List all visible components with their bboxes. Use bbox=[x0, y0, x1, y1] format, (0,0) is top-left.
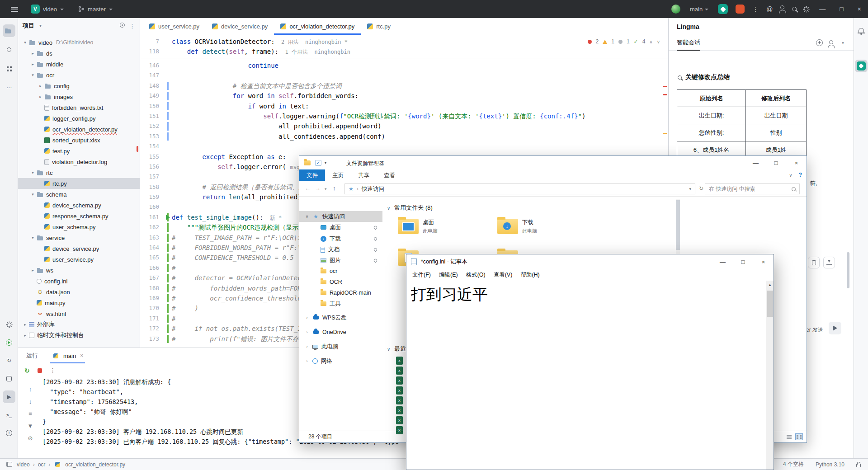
explorer-title-bar[interactable]: ✓ ▾ 文件资源管理器 — □ × bbox=[299, 156, 807, 169]
project-panel-header[interactable]: 项目 ▾ ⋮ bbox=[18, 18, 140, 33]
tree-item-forbidden_words.txt[interactable]: forbidden_words.txt bbox=[18, 102, 140, 113]
run-tool-icon[interactable]: ▶ bbox=[3, 390, 15, 403]
tree-item-device_schema.py[interactable]: device_schema.py bbox=[18, 200, 140, 211]
line-number[interactable]: 147 bbox=[140, 70, 166, 80]
prev-problem-icon[interactable]: ∧ bbox=[649, 39, 652, 44]
run-tab-main[interactable]: main × bbox=[50, 348, 85, 363]
scroll-down-icon[interactable]: ↓ bbox=[29, 398, 32, 405]
explorer-search-box[interactable]: 在 快速访问 中搜索 bbox=[705, 183, 800, 194]
address-dropdown-icon[interactable]: ▾ bbox=[689, 187, 691, 191]
line-number[interactable]: 149 bbox=[140, 91, 166, 101]
tree-item-user_service.py[interactable]: user_service.py bbox=[18, 254, 140, 265]
tree-item-rtc[interactable]: ▾rtc bbox=[18, 167, 140, 178]
tree-item-response_schema.py[interactable]: response_schema.py bbox=[18, 211, 140, 221]
close-tab-icon[interactable]: × bbox=[80, 352, 83, 359]
indent-indicator[interactable]: 4 个空格 bbox=[783, 461, 804, 468]
tree-item-images[interactable]: ▸images bbox=[18, 91, 140, 102]
line-number[interactable]: 151 bbox=[140, 111, 166, 121]
problems-tool-icon[interactable]: ! bbox=[3, 427, 15, 439]
scrollbar-thumb[interactable] bbox=[676, 200, 680, 250]
ribbon-tab-文件[interactable]: 文件 bbox=[299, 169, 325, 181]
breadcrumb-item[interactable]: ocr_violation_detector.py bbox=[65, 461, 125, 468]
refresh-tool-icon[interactable]: ↻ bbox=[3, 354, 15, 367]
xlsx-file-icon[interactable]: x bbox=[396, 416, 403, 424]
editor-tab-rtc.py[interactable]: rtc.py bbox=[361, 18, 397, 35]
ribbon-tab-主页[interactable]: 主页 bbox=[325, 169, 351, 181]
interpreter-indicator[interactable]: Python 3.10 bbox=[816, 461, 844, 468]
history-dropdown-icon[interactable]: ▾ bbox=[325, 187, 327, 191]
menu-item-帮助(H)[interactable]: 帮助(H) bbox=[516, 271, 543, 279]
tree-item-外部库[interactable]: ▸外部库 bbox=[18, 319, 140, 330]
xlsx-file-icon[interactable]: x bbox=[396, 386, 403, 395]
line-number[interactable]: 166 bbox=[140, 263, 166, 273]
terminal-tool-icon[interactable]: >_ bbox=[3, 409, 15, 421]
lingma-tool-button[interactable] bbox=[855, 60, 868, 72]
minimize-button[interactable]: — bbox=[745, 156, 766, 169]
scrollbar-thumb[interactable] bbox=[767, 291, 773, 317]
line-number[interactable]: 155 bbox=[140, 152, 166, 162]
minimize-button[interactable]: — bbox=[712, 254, 733, 269]
tree-item-ocr_violation_detector.py[interactable]: ocr_violation_detector.py bbox=[18, 124, 140, 135]
line-number[interactable]: 154 bbox=[140, 141, 166, 151]
line-number[interactable]: 148 bbox=[140, 81, 166, 91]
lock-icon[interactable] bbox=[856, 464, 861, 467]
xlsx-file-icon[interactable]: x bbox=[396, 376, 403, 385]
list-view-toggle[interactable] bbox=[785, 433, 793, 440]
line-number[interactable]: 168 bbox=[140, 283, 166, 293]
notepad-title-bar[interactable]: *config.ini - 记事本 — □ × bbox=[406, 254, 774, 269]
tree-item-device_service.py[interactable]: device_service.py bbox=[18, 243, 140, 254]
more-options-icon[interactable]: ⋮ bbox=[752, 5, 759, 13]
breadcrumb-item[interactable]: video bbox=[17, 461, 30, 468]
close-button[interactable]: × bbox=[854, 5, 864, 13]
line-number[interactable]: 167 bbox=[140, 273, 166, 283]
tree-item-ocr[interactable]: ▾ocr bbox=[18, 70, 140, 80]
clear-console-icon[interactable]: ⊘ bbox=[28, 435, 33, 442]
nav-item-图片[interactable]: 图片 bbox=[299, 255, 382, 266]
xlsx-file-icon[interactable]: x bbox=[396, 406, 403, 414]
line-number[interactable]: 164 bbox=[140, 243, 166, 253]
tree-item-ws.html[interactable]: <>ws.html bbox=[18, 308, 140, 319]
nav-item-工具[interactable]: 工具 bbox=[299, 298, 382, 309]
tree-item-middle[interactable]: ▸middle bbox=[18, 59, 140, 70]
close-button[interactable]: × bbox=[753, 254, 774, 269]
main-menu-icon[interactable] bbox=[11, 7, 18, 12]
line-number[interactable]: 161 bbox=[140, 212, 166, 222]
copy-button[interactable] bbox=[808, 257, 820, 268]
tree-item-data.json[interactable]: {}data.json bbox=[18, 287, 140, 297]
line-number[interactable]: 165 bbox=[140, 253, 166, 263]
tree-item-sorted_output.xlsx[interactable]: sorted_output.xlsx bbox=[18, 135, 140, 146]
locate-file-icon[interactable] bbox=[120, 23, 125, 28]
scroll-up-icon[interactable]: ↑ bbox=[29, 386, 32, 393]
nav-item-RapidOCR-main[interactable]: RapidOCR-main bbox=[299, 287, 382, 298]
settings-gear-icon[interactable] bbox=[804, 7, 808, 11]
maximize-button[interactable]: □ bbox=[836, 5, 846, 13]
line-number[interactable]: 163 bbox=[140, 233, 166, 243]
breadcrumb-item[interactable]: ocr bbox=[38, 461, 46, 468]
scroll-to-end-icon[interactable]: ▼ bbox=[28, 423, 33, 429]
docker-tool-icon[interactable] bbox=[3, 372, 15, 385]
line-number[interactable]: 159 bbox=[140, 192, 166, 202]
tree-item-main.py[interactable]: main.py bbox=[18, 297, 140, 308]
line-number[interactable]: 152 bbox=[140, 121, 166, 131]
notifications-button[interactable] bbox=[857, 25, 866, 35]
line-number[interactable]: 158 bbox=[140, 182, 166, 192]
notepad-scrollbar[interactable]: ▲ bbox=[766, 281, 774, 470]
menu-item-编辑(E)[interactable]: 编辑(E) bbox=[435, 271, 462, 279]
stop-button[interactable] bbox=[736, 5, 745, 14]
settings-tool-icon[interactable] bbox=[3, 318, 15, 331]
stop-process-button[interactable] bbox=[38, 368, 42, 373]
mention-icon[interactable]: @ bbox=[766, 5, 773, 13]
menu-item-查看(V)[interactable]: 查看(V) bbox=[490, 271, 517, 279]
ribbon-tab-共享[interactable]: 共享 bbox=[351, 169, 377, 181]
line-number[interactable]: 118 bbox=[140, 47, 166, 56]
tab-smart-session[interactable]: 智能会话 bbox=[677, 35, 700, 51]
line-number[interactable]: 157 bbox=[140, 172, 166, 182]
avatar[interactable] bbox=[671, 5, 680, 14]
project-tool-icon[interactable] bbox=[3, 24, 15, 37]
tree-item-config[interactable]: ▸config bbox=[18, 80, 140, 91]
maximize-button[interactable]: □ bbox=[766, 156, 786, 169]
folder-tile-桌面[interactable]: 桌面此电脑 bbox=[398, 214, 495, 239]
nav-item-下载[interactable]: ↓下载 bbox=[299, 233, 382, 244]
xlsx-file-icon[interactable]: x bbox=[396, 367, 403, 375]
rerun-button[interactable]: ↻ bbox=[24, 367, 30, 374]
